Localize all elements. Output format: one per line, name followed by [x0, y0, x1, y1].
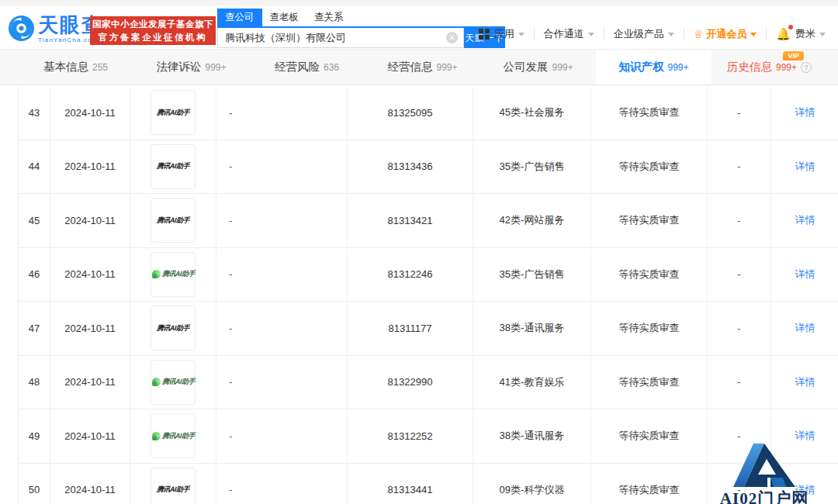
detail-link[interactable]: 详情 — [795, 160, 815, 174]
trademark-cell: 腾讯AI助手 — [130, 409, 216, 463]
trademark-category: 38类-通讯服务 — [473, 302, 591, 355]
watermark: AI02门户网 — [702, 444, 826, 504]
tab-history-info[interactable]: VIP 历史信息 999+ ? — [712, 50, 827, 85]
trademark-image[interactable]: 腾讯AI助手 — [151, 252, 196, 297]
search-area: 查公司 查老板 查关系 ✕ 天眼一下 — [217, 10, 505, 48]
certification-badge: 国家中小企业发展子基金旗下 官方备案企业征信机构 — [90, 16, 216, 45]
trademark-cell: 腾讯AI助手 — [130, 248, 216, 302]
trademark-status: 等待实质审查 — [591, 464, 708, 504]
nav-partner[interactable]: 合作通道 — [544, 27, 594, 41]
tianyancha-logo[interactable]: 天眼查 TianYanCha.com — [8, 15, 103, 43]
tab-company-development[interactable]: 公司发展 999+ — [480, 50, 596, 85]
tab-operating-risk[interactable]: 经营风险 636 — [249, 50, 365, 85]
notification-dot — [788, 25, 793, 29]
trademark-cell: 腾讯AI助手 — [130, 140, 216, 194]
search-input[interactable] — [218, 28, 463, 47]
tab-intellectual-property[interactable]: 知识产权 999+ — [596, 50, 712, 85]
row-number: 46 — [19, 248, 50, 302]
chevron-down-icon — [750, 33, 757, 36]
detail-link[interactable]: 详情 — [795, 268, 815, 281]
trademark-status: 等待实质审查 — [591, 356, 708, 409]
table-row: 44 2024-10-11 腾讯AI助手 - 81313436 35类-广告销售… — [19, 140, 838, 195]
application-date: 2024-10-11 — [50, 464, 130, 504]
trademark-category: 35类-广告销售 — [473, 140, 591, 194]
trademark-image[interactable]: 腾讯AI助手 — [151, 90, 196, 135]
empty-cell: - — [216, 86, 348, 140]
trademark-image[interactable]: 腾讯AI助手 — [151, 144, 196, 189]
row-number: 45 — [19, 194, 50, 247]
detail-link[interactable]: 详情 — [795, 375, 815, 389]
detail-link[interactable]: 详情 — [795, 105, 815, 119]
detail-link[interactable]: 详情 — [795, 321, 815, 335]
tianyancha-eye-icon — [8, 15, 35, 42]
nav-partner-label: 合作通道 — [544, 27, 584, 41]
table-row: 47 2024-10-11 腾讯AI助手 - 81311177 38类-通讯服务… — [19, 302, 838, 356]
tab-basic-info[interactable]: 基本信息 255 — [18, 50, 133, 85]
trademark-category: 09类-科学仪器 — [473, 464, 591, 504]
nav-user[interactable]: 费米 — [795, 27, 826, 41]
badge-line1: 国家中小企业发展子基金旗下 — [92, 19, 213, 30]
trademark-leaf-icon — [152, 378, 161, 386]
registration-number: 81322990 — [348, 356, 473, 409]
notification-bell[interactable]: 🔔 — [776, 27, 791, 41]
crown-icon: ♕ — [694, 29, 704, 40]
section-tabbar: 基本信息 255 法律诉讼 999+ 经营风险 636 经营信息 999+ 公司… — [0, 49, 838, 85]
nav-enterprise[interactable]: 企业级产品 — [614, 27, 674, 41]
trademark-image[interactable]: 腾讯AI助手 — [151, 468, 196, 504]
search-tab-company[interactable]: 查公司 — [217, 9, 262, 26]
tab-operating-info[interactable]: 经营信息 999+ — [365, 50, 480, 85]
row-number: 48 — [19, 356, 50, 409]
empty-cell: - — [216, 464, 348, 504]
trademark-cell: 腾讯AI助手 — [130, 194, 216, 247]
tab-legal[interactable]: 法律诉讼 999+ — [133, 50, 249, 85]
trademark-category: 45类-社会服务 — [473, 86, 591, 140]
trademark-image[interactable]: 腾讯AI助手 — [151, 198, 196, 243]
application-date: 2024-10-11 — [50, 248, 130, 302]
registration-number: 81313421 — [348, 194, 473, 247]
application-date: 2024-10-11 — [50, 194, 130, 247]
nav-apps[interactable]: 应用 — [479, 27, 525, 41]
row-number: 50 — [19, 464, 50, 504]
trademark-image[interactable]: 腾讯AI助手 — [151, 360, 196, 405]
trademark-cell: 腾讯AI助手 — [130, 302, 216, 355]
nav-divider — [684, 29, 684, 40]
header-nav: 应用 合作通道 企业级产品 ♕ 开通会员 🔔 — [479, 27, 826, 41]
empty-cell: - — [216, 248, 348, 302]
empty-cell: - — [216, 302, 348, 355]
table-row: 46 2024-10-11 腾讯AI助手 - 81312246 35类-广告销售… — [19, 248, 838, 302]
nav-enterprise-label: 企业级产品 — [614, 27, 664, 41]
nav-open-vip[interactable]: ♕ 开通会员 — [694, 27, 757, 41]
chevron-down-icon — [668, 33, 674, 36]
chevron-down-icon — [819, 33, 826, 36]
empty-cell: - — [708, 302, 771, 355]
nav-vip-label: 开通会员 — [706, 27, 746, 41]
empty-cell: - — [216, 409, 348, 463]
trademark-status: 等待实质审查 — [591, 302, 708, 355]
row-number: 49 — [19, 409, 50, 463]
trademark-status: 等待实质审查 — [591, 86, 708, 140]
nav-divider — [534, 29, 535, 40]
application-date: 2024-10-11 — [50, 86, 130, 140]
trademark-leaf-icon — [152, 432, 161, 440]
trademark-status: 等待实质审查 — [591, 194, 708, 247]
search-tab-boss[interactable]: 查老板 — [262, 9, 307, 26]
empty-cell: - — [708, 86, 771, 140]
detail-link[interactable]: 详情 — [795, 213, 815, 227]
empty-cell: - — [216, 356, 348, 409]
row-number: 43 — [19, 86, 50, 140]
trademark-image[interactable]: 腾讯AI助手 — [151, 413, 196, 458]
trademark-image[interactable]: 腾讯AI助手 — [151, 306, 196, 350]
empty-cell: - — [216, 194, 348, 247]
help-icon[interactable]: ? — [801, 62, 812, 73]
trademark-category: 35类-广告销售 — [473, 248, 591, 302]
nav-divider — [766, 29, 767, 40]
search-tabs: 查公司 查老板 查关系 — [217, 10, 505, 26]
trademark-cell: 腾讯AI助手 — [130, 356, 216, 409]
row-number: 47 — [19, 302, 50, 355]
clear-search-icon[interactable]: ✕ — [446, 32, 458, 43]
header: 天眼查 TianYanCha.com 国家中小企业发展子基金旗下 官方备案企业征… — [0, 6, 838, 49]
detail-link[interactable]: 详情 — [795, 429, 815, 443]
table-row: 45 2024-10-11 腾讯AI助手 - 81313421 42类-网站服务… — [19, 194, 838, 248]
search-tab-relation[interactable]: 查关系 — [306, 9, 351, 26]
row-number: 44 — [19, 140, 50, 194]
